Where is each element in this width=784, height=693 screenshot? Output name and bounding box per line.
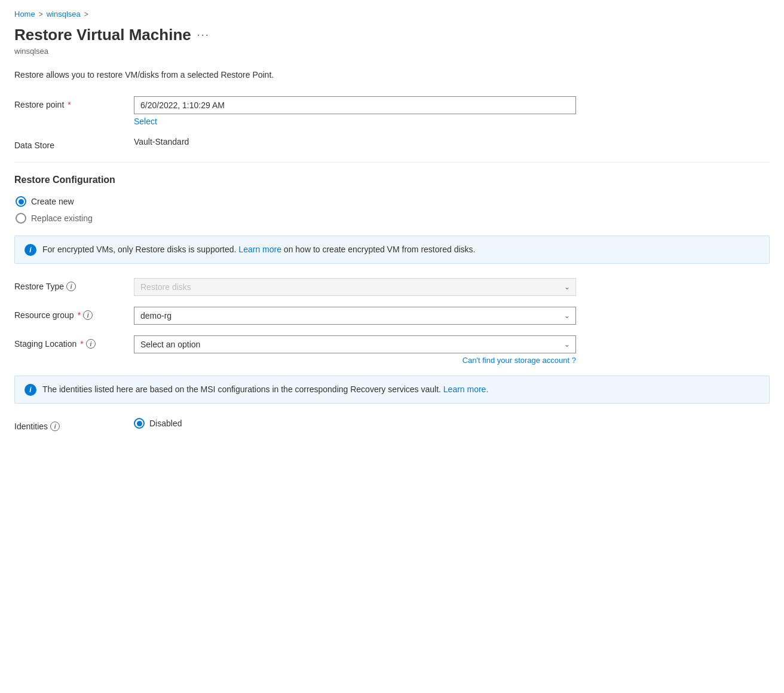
breadcrumb-separator-2: > [84, 10, 88, 19]
restore-point-section: Restore point * Select Data Store Vault-… [14, 96, 770, 150]
info-banner-learn-more-link-1[interactable]: Learn more [238, 245, 281, 254]
restore-configuration-radio-group: Create new Replace existing [16, 196, 770, 224]
data-store-row: Data Store Vault-Standard [14, 137, 770, 150]
restore-type-select[interactable]: Restore disks [134, 278, 576, 296]
resource-group-label: Resource group * i [14, 307, 134, 320]
replace-existing-option[interactable]: Replace existing [16, 213, 770, 224]
restore-point-row: Restore point * Select [14, 96, 770, 126]
info-banner-identities: i The identities listed here are based o… [14, 375, 770, 404]
staging-location-wrapper: Select an option ⌄ Can't find your stora… [134, 335, 576, 365]
ellipsis-menu-icon[interactable]: ··· [197, 29, 210, 41]
info-banner-text-1: For encrypted VMs, only Restore disks is… [42, 243, 475, 256]
info-banner-icon-1: i [24, 244, 36, 256]
identities-label: Identities i [14, 418, 134, 431]
create-new-label: Create new [31, 197, 74, 206]
info-banner-encrypted: i For encrypted VMs, only Restore disks … [14, 236, 770, 264]
breadcrumb: Home > winsqlsea > [14, 10, 770, 19]
info-banner-icon-2: i [24, 384, 36, 396]
identities-row: Identities i Disabled [14, 418, 770, 431]
restore-point-required: * [68, 100, 71, 109]
page-title: Restore Virtual Machine [14, 26, 191, 44]
resource-group-info-icon[interactable]: i [83, 310, 93, 320]
staging-location-select-wrapper: Select an option ⌄ [134, 335, 576, 353]
page-header: Restore Virtual Machine ··· [14, 26, 770, 44]
staging-location-info-icon[interactable]: i [86, 339, 96, 349]
resource-group-select[interactable]: demo-rg [134, 307, 576, 325]
identities-disabled-radio[interactable] [134, 418, 145, 429]
staging-location-row: Staging Location * i Select an option ⌄ … [14, 335, 770, 365]
restore-type-info-icon[interactable]: i [66, 282, 76, 291]
restore-point-value: Select [134, 96, 576, 126]
restore-type-label: Restore Type i [14, 278, 134, 291]
restore-type-row: Restore Type i Restore disks ⌄ [14, 278, 770, 296]
staging-location-label: Staging Location * i [14, 335, 134, 349]
staging-location-select[interactable]: Select an option [134, 335, 576, 353]
breadcrumb-home[interactable]: Home [14, 10, 35, 19]
resource-group-required: * [78, 310, 81, 320]
description-text: Restore allows you to restore VM/disks f… [14, 70, 770, 80]
identities-disabled-label: Disabled [149, 419, 182, 428]
restore-point-label: Restore point * [14, 96, 134, 109]
staging-location-required: * [80, 339, 83, 349]
restore-point-select-link[interactable]: Select [134, 117, 157, 126]
identities-disabled-option[interactable]: Disabled [134, 418, 576, 429]
create-new-radio[interactable] [16, 196, 26, 207]
divider-1 [14, 162, 770, 163]
page-subtitle: winsqlsea [14, 47, 770, 56]
restore-configuration-heading: Restore Configuration [14, 175, 770, 185]
breadcrumb-winsqlsea[interactable]: winsqlsea [47, 10, 81, 19]
data-store-label: Data Store [14, 137, 134, 150]
replace-existing-label: Replace existing [31, 213, 93, 223]
breadcrumb-separator-1: > [39, 10, 43, 19]
cant-find-storage-link[interactable]: Can't find your storage account ? [134, 356, 576, 365]
identities-value: Disabled [134, 418, 576, 429]
info-banner-text-2: The identities listed here are based on … [42, 383, 488, 396]
create-new-option[interactable]: Create new [16, 196, 770, 207]
replace-existing-radio[interactable] [16, 213, 26, 224]
data-store-text: Vault-Standard [134, 133, 189, 146]
info-banner-learn-more-link-2[interactable]: Learn more. [443, 384, 488, 394]
restore-type-select-wrapper: Restore disks ⌄ [134, 278, 576, 296]
resource-group-select-wrapper: demo-rg ⌄ [134, 307, 576, 325]
data-store-value: Vault-Standard [134, 137, 576, 146]
identities-info-icon[interactable]: i [50, 422, 60, 431]
restore-point-input[interactable] [134, 96, 576, 114]
resource-group-row: Resource group * i demo-rg ⌄ [14, 307, 770, 325]
restore-configuration-section: Restore Configuration Create new Replace… [14, 175, 770, 224]
